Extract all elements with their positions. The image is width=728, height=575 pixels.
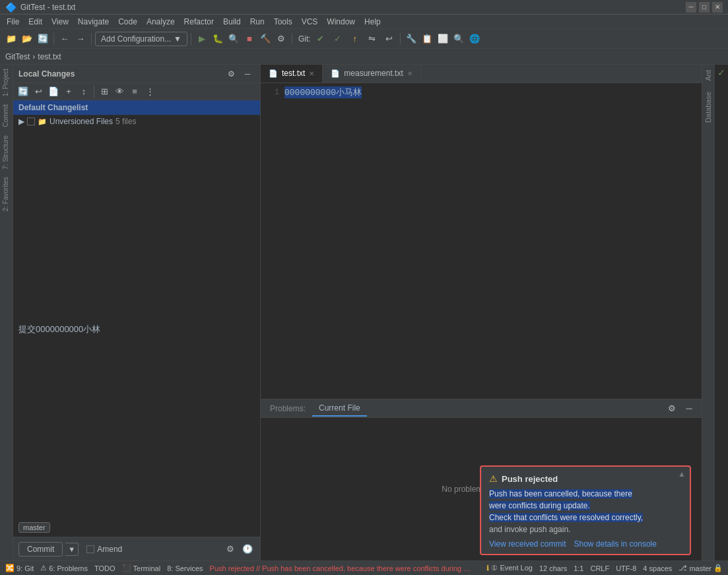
refresh-button[interactable]: 🔄 xyxy=(16,85,30,99)
menu-help[interactable]: Help xyxy=(360,16,385,28)
services-status-label: 8: Services xyxy=(167,564,203,572)
unversioned-checkbox[interactable] xyxy=(27,118,35,125)
sync-button[interactable]: 🔄 xyxy=(36,32,50,46)
settings-button[interactable]: 🔧 xyxy=(404,32,418,46)
search-button[interactable]: 🔍 xyxy=(451,32,466,46)
menu-analyze[interactable]: Analyze xyxy=(143,16,179,28)
breadcrumb-project[interactable]: GitTest xyxy=(5,52,30,61)
menu-refactor[interactable]: Refactor xyxy=(180,16,218,28)
push-rejected-status[interactable]: Push rejected // Push has been cancelled… xyxy=(210,564,474,572)
indent-item[interactable]: 4 spaces xyxy=(643,564,672,572)
editor-area[interactable]: 1 0000000000小马林 xyxy=(261,83,702,399)
debug-button[interactable]: 🐛 xyxy=(211,32,225,46)
maximize-button[interactable]: □ xyxy=(699,2,710,13)
tab-measurement-txt[interactable]: 📄 measurement.txt ✕ xyxy=(323,65,420,83)
tab-problems[interactable]: Problems: xyxy=(263,401,312,416)
branch-status-item[interactable]: ⎇ master 🔒 xyxy=(678,564,723,572)
default-changelist[interactable]: Default Changelist xyxy=(13,100,260,115)
git-fetch-button[interactable]: ⇋ xyxy=(365,32,380,46)
sidebar-item-commit[interactable]: Commit xyxy=(0,100,13,131)
menu-window[interactable]: Window xyxy=(323,16,359,28)
encoding-item[interactable]: UTF-8 xyxy=(616,564,636,572)
git-revert-button[interactable]: ↩ xyxy=(382,32,397,46)
event-log-item[interactable]: ℹ ① Event Log xyxy=(486,564,533,572)
vcs-button[interactable]: 📋 xyxy=(420,32,434,46)
sidebar-item-favorites[interactable]: 2: Favorites xyxy=(0,173,13,215)
run-with-cover-button[interactable]: 🔍 xyxy=(226,32,241,46)
tab-measurement-close[interactable]: ✕ xyxy=(407,70,413,77)
stop-button[interactable]: ■ xyxy=(242,32,257,46)
open-button[interactable]: 📂 xyxy=(20,32,34,46)
forward-button[interactable]: → xyxy=(73,32,88,46)
problems-status-item[interactable]: ⚠ 6: Problems xyxy=(40,564,88,572)
commit-message-text[interactable]: 提交0000000000小林 xyxy=(18,323,100,335)
unversioned-files-row[interactable]: ▶ 📁 Unversioned Files 5 files xyxy=(13,115,260,128)
menu-build[interactable]: Build xyxy=(219,16,245,28)
menu-navigate[interactable]: Navigate xyxy=(74,16,113,28)
add-configuration-button[interactable]: Add Configuration... ▼ xyxy=(95,32,187,46)
move-button[interactable]: ↕ xyxy=(77,85,91,99)
build-button[interactable]: 🔨 xyxy=(258,32,273,46)
event-log-label: ① Event Log xyxy=(491,564,533,572)
menu-run[interactable]: Run xyxy=(246,16,269,28)
popup-close-button[interactable]: ▲ xyxy=(678,469,686,479)
translate-button[interactable]: 🌐 xyxy=(467,32,482,46)
back-button[interactable]: ← xyxy=(57,32,72,46)
menu-code[interactable]: Code xyxy=(114,16,141,28)
sidebar-item-ant[interactable]: Ant xyxy=(702,65,715,86)
commit-clock-button[interactable]: 🕐 xyxy=(240,542,255,557)
terminal-status-item[interactable]: ⬛ Terminal xyxy=(122,564,161,572)
show-diff-button[interactable]: 📄 xyxy=(46,85,61,99)
group-button[interactable]: ⊞ xyxy=(97,85,112,99)
amend-checkbox[interactable] xyxy=(86,545,94,553)
run-button[interactable]: ▶ xyxy=(195,32,209,46)
todo-status-item[interactable]: TODO xyxy=(94,564,116,572)
bottom-settings-button[interactable]: ⚙ xyxy=(665,401,679,416)
expand-button[interactable]: ⋮ xyxy=(143,85,157,99)
show-details-link[interactable]: Show details in console xyxy=(574,539,656,549)
position-item[interactable]: 1:1 xyxy=(574,564,583,572)
menu-edit[interactable]: Edit xyxy=(24,16,46,28)
menu-file[interactable]: File xyxy=(3,16,23,28)
problems-status-icon: ⚠ xyxy=(40,564,47,572)
git-check-button[interactable]: ✔ xyxy=(314,32,328,46)
tab-test-txt[interactable]: 📄 test.txt ✕ xyxy=(261,65,323,83)
new-project-button[interactable]: 📁 xyxy=(4,32,18,46)
menu-tools[interactable]: Tools xyxy=(270,16,296,28)
git-push-button[interactable]: ✓ xyxy=(331,32,345,46)
menu-bar: File Edit View Navigate Code Analyze Ref… xyxy=(0,15,728,29)
branch-status-label: master xyxy=(689,564,711,572)
bottom-tab-icons: ⚙ ─ xyxy=(665,401,699,416)
breadcrumb-file[interactable]: test.txt xyxy=(38,52,61,61)
crlf-item[interactable]: CRLF xyxy=(590,564,609,572)
git-update-button[interactable]: ↑ xyxy=(348,32,362,46)
split-button[interactable]: ⬜ xyxy=(436,32,450,46)
panel-minimize-button[interactable]: ─ xyxy=(240,67,255,81)
new-changelist-button[interactable]: + xyxy=(61,85,76,99)
tab-test-close[interactable]: ✕ xyxy=(309,70,314,77)
view-received-commit-link[interactable]: View received commit xyxy=(489,539,566,549)
services-status-item[interactable]: 8: Services xyxy=(167,564,203,572)
panel-settings-button[interactable]: ⚙ xyxy=(224,67,238,81)
minimize-button[interactable]: ─ xyxy=(686,2,696,13)
branch-badge[interactable]: master xyxy=(18,522,50,533)
sidebar-item-database[interactable]: Database xyxy=(702,86,715,128)
git-status-item[interactable]: 🔀 9: Git xyxy=(5,564,34,572)
chars-item: 12 chars xyxy=(539,564,567,572)
menu-vcs[interactable]: VCS xyxy=(298,16,322,28)
toolbar-sep-2 xyxy=(91,33,92,45)
sort-button[interactable]: ≡ xyxy=(127,85,142,99)
bottom-minimize-button[interactable]: ─ xyxy=(682,401,696,416)
commit-button[interactable]: Commit xyxy=(18,542,63,557)
close-button[interactable]: ✕ xyxy=(712,2,723,13)
rollback-button[interactable]: ↩ xyxy=(31,85,46,99)
tab-current-file[interactable]: Current File xyxy=(312,401,367,417)
sidebar-item-project[interactable]: 1: Project xyxy=(0,65,13,100)
rebuild-button[interactable]: ⚙ xyxy=(274,32,288,46)
commit-dropdown-button[interactable]: ▼ xyxy=(65,543,79,556)
breadcrumb-sep: › xyxy=(32,52,35,61)
menu-view[interactable]: View xyxy=(48,16,73,28)
commit-settings-button[interactable]: ⚙ xyxy=(223,542,238,557)
filter-button[interactable]: 👁 xyxy=(112,85,127,99)
sidebar-item-structure[interactable]: 7: Structure xyxy=(0,131,13,174)
